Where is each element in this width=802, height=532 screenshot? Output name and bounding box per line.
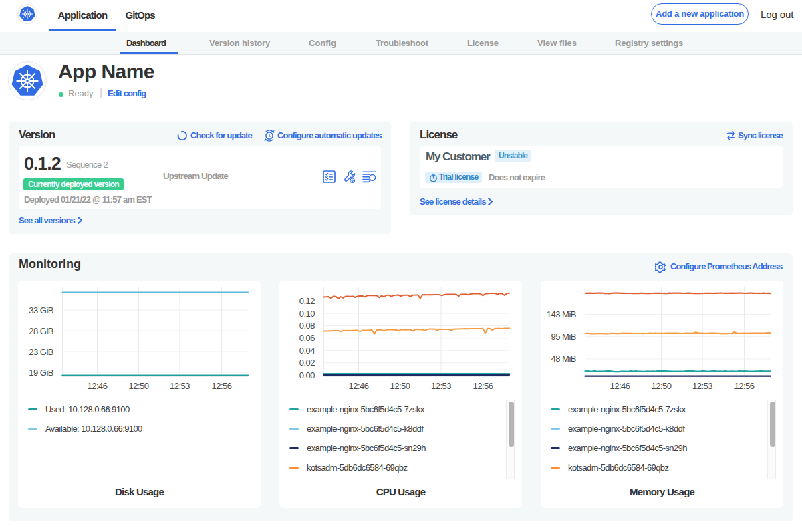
svg-text:95 MiB: 95 MiB (551, 331, 576, 342)
svg-text:48 MiB: 48 MiB (551, 354, 576, 364)
svg-text:12:46: 12:46 (348, 381, 368, 391)
svg-text:0.10: 0.10 (299, 309, 315, 319)
svg-text:12:56: 12:56 (211, 381, 231, 391)
svg-text:0.12: 0.12 (299, 296, 315, 306)
svg-text:12:53: 12:53 (692, 381, 712, 391)
svg-text:143 MiB: 143 MiB (547, 309, 576, 319)
svg-text:0.02: 0.02 (299, 358, 315, 368)
svg-text:0.04: 0.04 (299, 346, 315, 356)
svg-text:12:56: 12:56 (734, 381, 754, 391)
svg-text:12:53: 12:53 (170, 381, 190, 391)
svg-text:12:46: 12:46 (87, 381, 107, 391)
svg-text:12:50: 12:50 (390, 381, 410, 391)
svg-text:33 GiB: 33 GiB (29, 305, 53, 315)
svg-text:0.06: 0.06 (299, 333, 315, 343)
svg-text:12:46: 12:46 (610, 381, 630, 391)
svg-text:19 GiB: 19 GiB (29, 368, 53, 378)
svg-text:0.08: 0.08 (299, 321, 315, 331)
svg-text:23 GiB: 23 GiB (29, 347, 53, 357)
svg-text:12:53: 12:53 (431, 381, 451, 391)
svg-text:12:50: 12:50 (128, 381, 148, 391)
svg-text:12:56: 12:56 (473, 381, 493, 391)
svg-text:28 GiB: 28 GiB (29, 326, 53, 336)
svg-text:0.00: 0.00 (299, 370, 315, 380)
svg-text:12:50: 12:50 (651, 381, 671, 391)
